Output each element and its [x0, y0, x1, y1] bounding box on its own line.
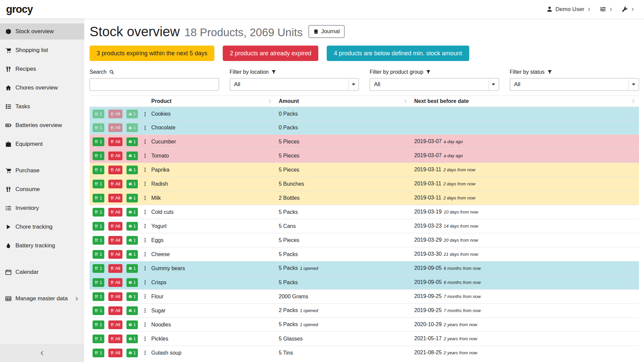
open-one-button[interactable]: 1 — [126, 110, 138, 118]
row-menu-button[interactable] — [143, 336, 148, 341]
amount-column-header[interactable]: Amount — [276, 96, 411, 107]
app-logo[interactable]: grocy — [6, 3, 33, 15]
product-column-header[interactable]: Product — [148, 96, 276, 107]
open-one-button[interactable]: 1 — [126, 236, 138, 245]
sidebar-item-calendar[interactable]: Calendar — [0, 264, 84, 280]
consume-all-button[interactable]: All — [108, 250, 122, 259]
consume-one-button[interactable]: 1 — [93, 222, 104, 231]
consume-all-button[interactable]: All — [108, 194, 122, 202]
row-menu-button[interactable] — [143, 266, 148, 271]
consume-one-button[interactable]: 1 — [93, 320, 104, 329]
sidebar-item-consume[interactable]: Consume — [0, 181, 84, 197]
sidebar-item-battery-tracking[interactable]: Battery tracking — [0, 238, 84, 254]
row-menu-button[interactable] — [143, 350, 148, 355]
consume-one-button[interactable]: 1 — [93, 250, 104, 259]
open-one-button[interactable]: 1 — [126, 180, 138, 188]
consume-all-button[interactable]: All — [108, 278, 122, 287]
consume-all-button[interactable]: All — [108, 222, 122, 231]
journal-button[interactable]: Journal — [309, 25, 344, 38]
open-one-button[interactable]: 1 — [126, 335, 138, 343]
consume-all-button[interactable]: All — [108, 152, 122, 160]
sidebar-item-shopping-list[interactable]: Shopping list — [0, 42, 84, 58]
admin-menu[interactable] — [622, 6, 635, 12]
open-one-button[interactable]: 1 — [126, 194, 138, 202]
consume-one-button[interactable]: 1 — [93, 236, 104, 245]
consume-all-button[interactable]: All — [108, 236, 122, 245]
sidebar-item-recipes[interactable]: Recipes — [0, 61, 84, 77]
consume-all-button[interactable]: All — [108, 110, 122, 118]
consume-all-button[interactable]: All — [108, 180, 122, 188]
consume-one-button[interactable]: 1 — [93, 194, 104, 202]
sidebar-item-inventory[interactable]: Inventory — [0, 200, 84, 216]
row-menu-button[interactable] — [143, 322, 148, 327]
row-menu-button[interactable] — [143, 294, 148, 299]
row-menu-button[interactable] — [143, 181, 148, 186]
consume-one-button[interactable]: 1 — [93, 208, 104, 217]
sidebar-item-purchase[interactable]: Purchase — [0, 163, 84, 179]
consume-all-button[interactable]: All — [108, 208, 122, 217]
consume-all-button[interactable]: All — [108, 264, 122, 273]
open-one-button[interactable]: 1 — [126, 123, 138, 132]
sort-icon[interactable] — [631, 99, 636, 104]
consume-one-button[interactable]: 1 — [93, 166, 104, 174]
row-menu-button[interactable] — [143, 139, 148, 144]
row-menu-button[interactable] — [143, 195, 148, 200]
status-select[interactable]: All — [510, 78, 639, 91]
row-menu-button[interactable] — [143, 238, 148, 243]
sidebar-item-batteries-overview[interactable]: Batteries overview — [0, 117, 84, 133]
consume-one-button[interactable]: 1 — [93, 123, 104, 132]
sort-icon[interactable] — [403, 99, 408, 104]
consume-all-button[interactable]: All — [108, 335, 122, 343]
consume-all-button[interactable]: All — [108, 123, 122, 132]
open-one-button[interactable]: 1 — [126, 152, 138, 160]
open-one-button[interactable]: 1 — [126, 278, 138, 287]
open-one-button[interactable]: 1 — [126, 222, 138, 231]
sidebar-item-tasks[interactable]: Tasks — [0, 99, 84, 115]
sidebar-collapse-button[interactable] — [0, 344, 84, 362]
consume-all-button[interactable]: All — [108, 137, 122, 146]
consume-one-button[interactable]: 1 — [93, 180, 104, 188]
row-menu-button[interactable] — [143, 112, 148, 117]
sort-icon[interactable] — [267, 99, 273, 104]
consume-one-button[interactable]: 1 — [93, 137, 104, 146]
row-menu-button[interactable] — [143, 167, 148, 172]
user-menu[interactable]: Demo User — [546, 6, 591, 13]
consume-one-button[interactable]: 1 — [93, 278, 104, 287]
open-one-button[interactable]: 1 — [126, 250, 138, 259]
consume-one-button[interactable]: 1 — [93, 110, 104, 118]
row-menu-button[interactable] — [143, 125, 148, 130]
sidebar-item-equipment[interactable]: Equipment — [0, 136, 84, 152]
row-menu-button[interactable] — [143, 280, 148, 285]
consume-one-button[interactable]: 1 — [93, 335, 104, 343]
open-one-button[interactable]: 1 — [126, 306, 138, 315]
consume-all-button[interactable]: All — [108, 292, 122, 301]
consume-one-button[interactable]: 1 — [93, 292, 104, 301]
consume-all-button[interactable]: All — [108, 349, 122, 357]
open-one-button[interactable]: 1 — [126, 292, 138, 301]
consume-all-button[interactable]: All — [108, 166, 122, 174]
row-menu-button[interactable] — [143, 224, 148, 229]
consume-one-button[interactable]: 1 — [93, 152, 104, 160]
product-group-select[interactable]: All — [370, 78, 499, 91]
settings-menu[interactable] — [600, 6, 613, 12]
alert-warning-button[interactable]: 3 products expiring within the next 5 da… — [90, 46, 214, 61]
open-one-button[interactable]: 1 — [126, 264, 138, 273]
consume-one-button[interactable]: 1 — [93, 349, 104, 357]
row-menu-button[interactable] — [143, 252, 148, 257]
consume-one-button[interactable]: 1 — [93, 306, 104, 315]
consume-one-button[interactable]: 1 — [93, 264, 104, 273]
sidebar-item-stock-overview[interactable]: Stock overview — [0, 23, 84, 40]
row-menu-button[interactable] — [143, 153, 148, 158]
alert-danger-button[interactable]: 2 products are already expired — [223, 46, 318, 61]
sidebar-item-chore-tracking[interactable]: Chore tracking — [0, 219, 84, 235]
location-select[interactable]: All — [230, 78, 359, 91]
consume-all-button[interactable]: All — [108, 320, 122, 329]
open-one-button[interactable]: 1 — [126, 320, 138, 329]
date-column-header[interactable]: Next best before date — [411, 96, 639, 107]
alert-info-button[interactable]: 4 products are below defined min. stock … — [327, 46, 469, 61]
row-menu-button[interactable] — [143, 308, 148, 313]
row-menu-button[interactable] — [143, 209, 148, 215]
open-one-button[interactable]: 1 — [126, 166, 138, 174]
sidebar-item-chores-overview[interactable]: Chores overview — [0, 80, 84, 96]
open-one-button[interactable]: 1 — [126, 208, 138, 217]
